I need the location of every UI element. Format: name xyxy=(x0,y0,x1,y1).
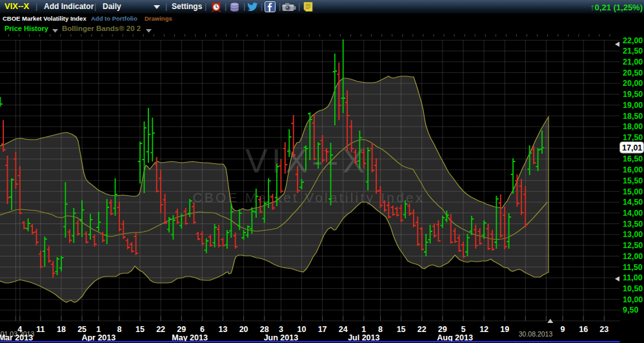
svg-text:8: 8 xyxy=(378,325,383,334)
svg-text:20: 20 xyxy=(239,325,248,334)
svg-text:13,00: 13,00 xyxy=(623,230,643,239)
svg-text:9: 9 xyxy=(561,325,565,334)
svg-text:19,50: 19,50 xyxy=(623,90,643,99)
svg-text:30.08.2013: 30.08.2013 xyxy=(519,330,553,338)
svg-text:11: 11 xyxy=(36,325,45,334)
svg-text:16,00: 16,00 xyxy=(623,165,643,174)
svg-text:22: 22 xyxy=(156,325,165,334)
svg-text:14,00: 14,00 xyxy=(623,209,643,218)
svg-text:17,01: 17,01 xyxy=(622,143,642,152)
svg-text:28: 28 xyxy=(260,325,269,334)
svg-text:29: 29 xyxy=(177,325,186,334)
svg-text:Mar 2013: Mar 2013 xyxy=(0,333,33,342)
svg-text:29: 29 xyxy=(438,325,447,334)
svg-text:13,50: 13,50 xyxy=(623,220,643,229)
svg-text:May 2013: May 2013 xyxy=(172,333,208,342)
svg-text:24: 24 xyxy=(339,325,348,334)
svg-text:15: 15 xyxy=(136,325,145,334)
svg-text:18: 18 xyxy=(57,325,66,334)
svg-text:Apr 2013: Apr 2013 xyxy=(81,333,116,342)
svg-text:5: 5 xyxy=(461,325,466,334)
svg-text:16,50: 16,50 xyxy=(623,154,643,163)
svg-text:19: 19 xyxy=(500,325,509,334)
svg-text:17: 17 xyxy=(318,325,327,334)
svg-text:8: 8 xyxy=(117,325,121,334)
svg-text:10,00: 10,00 xyxy=(623,295,643,304)
svg-text:22: 22 xyxy=(418,325,427,334)
svg-text:VIX--X: VIX--X xyxy=(245,142,369,180)
svg-text:CBOE Market Volatility Index: CBOE Market Volatility Index xyxy=(192,190,424,205)
svg-text:21,00: 21,00 xyxy=(623,57,643,67)
svg-text:12,50: 12,50 xyxy=(623,241,643,250)
svg-text:25: 25 xyxy=(77,325,86,334)
svg-text:21,50: 21,50 xyxy=(623,47,643,56)
svg-text:1: 1 xyxy=(361,325,366,334)
svg-text:6: 6 xyxy=(200,325,205,334)
svg-text:Jun 2013: Jun 2013 xyxy=(264,333,299,342)
svg-text:11,50: 11,50 xyxy=(623,263,643,272)
svg-text:13: 13 xyxy=(219,325,228,334)
svg-text:12: 12 xyxy=(479,325,488,334)
svg-text:1: 1 xyxy=(96,325,101,334)
svg-text:11,00: 11,00 xyxy=(623,273,643,282)
svg-text:12,00: 12,00 xyxy=(623,252,643,261)
svg-text:10: 10 xyxy=(297,325,307,334)
svg-text:23: 23 xyxy=(599,325,609,334)
svg-text:18,00: 18,00 xyxy=(623,122,643,131)
svg-text:20,00: 20,00 xyxy=(623,79,643,88)
svg-text:15: 15 xyxy=(397,325,406,334)
svg-text:18,50: 18,50 xyxy=(623,112,643,121)
svg-text:Jul 2013: Jul 2013 xyxy=(348,333,379,342)
svg-text:15,00: 15,00 xyxy=(623,187,643,196)
svg-text:16: 16 xyxy=(579,325,588,334)
svg-text:10,50: 10,50 xyxy=(623,284,643,293)
svg-text:9,50: 9,50 xyxy=(623,306,638,315)
svg-text:22,00: 22,00 xyxy=(623,36,643,45)
svg-text:14,50: 14,50 xyxy=(623,198,643,207)
svg-text:15,50: 15,50 xyxy=(623,176,643,185)
svg-text:3: 3 xyxy=(279,325,283,334)
svg-text:Aug 2013: Aug 2013 xyxy=(437,333,473,342)
svg-text:20,50: 20,50 xyxy=(623,68,643,78)
svg-text:19,00: 19,00 xyxy=(623,101,643,110)
svg-text:17,50: 17,50 xyxy=(623,133,643,142)
